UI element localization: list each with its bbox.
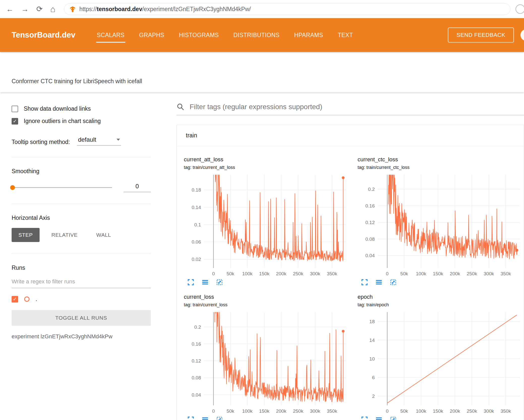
fullscreen-icon[interactable] [361,279,368,286]
chevron-down-icon [117,139,120,141]
chart-plot-current_att_loss[interactable]: 0.020.060.10.140.18050k100k150k200k250k3… [184,173,350,277]
experiment-id-label: experiment lzGnETjwRxC3yghNMd4kPw [12,333,151,340]
tab-histograms[interactable]: HISTOGRAMS [171,18,226,52]
show-download-row[interactable]: Show data download links [12,105,151,112]
svg-text:50k: 50k [400,271,408,276]
svg-text:0.12: 0.12 [192,358,201,364]
divider [12,204,151,204]
svg-text:0: 0 [212,408,215,414]
tooltip-sorting-value: default [78,136,96,143]
tag-filter-input[interactable] [190,103,524,111]
svg-text:200k: 200k [450,408,460,414]
run-color-swatch[interactable] [24,296,30,302]
last-value-dot [342,176,344,179]
lines-icon[interactable] [202,416,209,420]
svg-text:250k: 250k [467,408,477,414]
tab-text[interactable]: TEXT [330,18,360,52]
svg-text:100k: 100k [242,271,253,276]
help-icon[interactable] [520,29,524,41]
chart-tag: tag: train/current_ctc_loss [358,165,522,170]
experiment-title: Conformer CTC training for LibriSpeech w… [12,78,142,85]
forward-icon[interactable]: → [21,5,29,13]
chart-card-epoch: epochtag: train/epoch26101418050k100k150… [353,290,524,420]
chart-toolbar [361,416,522,420]
chart-toolbar [361,279,522,286]
smoothing-slider[interactable] [12,187,112,188]
chart-plot-current_loss[interactable]: 0.040.080.120.160.2050k100k150k200k250k3… [184,310,350,415]
series-line [215,310,343,402]
svg-text:0.08: 0.08 [192,375,201,380]
ignore-outliers-row[interactable]: ✓ Ignore outliers in chart scaling [12,118,151,125]
axis-option-step[interactable]: STEP [12,228,40,242]
chart-tag: tag: train/current_loss [184,302,348,308]
chart-plot-current_ctc_loss[interactable]: 0.040.080.120.160.2050k100k150k200k250k3… [358,173,524,277]
chart-title: current_loss [184,294,348,300]
svg-text:0: 0 [386,408,389,414]
group-title[interactable]: train [177,125,524,146]
svg-text:200k: 200k [450,271,460,276]
fullscreen-icon[interactable] [187,279,194,286]
tooltip-sorting-row: Tooltip sorting method: default [12,136,151,145]
svg-text:300k: 300k [484,271,494,276]
svg-text:150k: 150k [433,408,443,414]
chart-card-current_att_loss: current_att_losstag: train/current_att_l… [179,152,353,290]
svg-text:0.06: 0.06 [192,239,201,245]
tag-filter-row [177,103,524,115]
chart-tag: tag: train/epoch [358,302,522,308]
smoothing-row: 0 [12,183,151,192]
tab-scalars[interactable]: SCALARS [90,18,132,52]
svg-text:50k: 50k [226,271,234,276]
divider [12,254,151,254]
nav-tabs: SCALARSGRAPHSHISTOGRAMSDISTRIBUTIONSHPAR… [90,18,360,52]
fullscreen-icon[interactable] [187,416,194,420]
run-checkbox[interactable]: ✓ [12,296,18,303]
chart-tag: tag: train/current_att_loss [184,165,348,170]
axis-option-relative[interactable]: RELATIVE [45,228,84,242]
smoothing-label: Smoothing [12,168,151,175]
axis-option-wall[interactable]: WALL [90,228,118,242]
fit-data-icon[interactable] [390,279,397,286]
home-icon[interactable]: ⌂ [50,5,55,13]
show-download-checkbox[interactable] [12,106,18,112]
reload-icon[interactable]: ⟳ [36,5,43,13]
lines-icon[interactable] [202,279,209,286]
lines-icon[interactable] [375,279,382,286]
app-brand: TensorBoard.dev [12,31,75,40]
lines-icon[interactable] [375,416,382,420]
tooltip-sorting-select[interactable]: default [77,136,121,145]
svg-text:350k: 350k [501,271,511,276]
svg-text:300k: 300k [310,271,321,276]
svg-text:200k: 200k [276,408,287,414]
app-header: TensorBoard.dev SCALARSGRAPHSHISTOGRAMSD… [0,18,524,52]
tab-hparams[interactable]: HPARAMS [287,18,330,52]
svg-text:2: 2 [372,394,375,399]
browser-avatar[interactable] [515,4,524,14]
svg-text:150k: 150k [259,271,270,276]
series-line [387,315,517,403]
fit-data-icon[interactable] [216,279,223,286]
svg-text:0.04: 0.04 [192,392,201,398]
tab-distributions[interactable]: DISTRIBUTIONS [226,18,287,52]
svg-text:250k: 250k [293,408,304,414]
address-bar[interactable]: https://tensorboard.dev/experiment/lzGnE… [64,3,510,15]
svg-text:250k: 250k [293,271,304,276]
toggle-all-runs-button[interactable]: TOGGLE ALL RUNS [12,310,151,326]
tab-graphs[interactable]: GRAPHS [132,18,172,52]
url-scheme: https:// [79,6,97,12]
svg-text:0.02: 0.02 [192,257,201,262]
chart-plot-epoch[interactable]: 26101418050k100k150k200k250k300k350k [358,310,524,415]
url-text: https://tensorboard.dev/experiment/lzGnE… [79,6,251,13]
send-feedback-button[interactable]: SEND FEEDBACK [448,27,514,43]
back-icon[interactable]: ← [6,5,14,13]
runs-filter-input[interactable] [12,278,151,288]
svg-text:0.04: 0.04 [365,253,375,258]
url-path: /experiment/lzGnETjwRxC3yghNMd4kPw/ [142,6,251,12]
fit-data-icon[interactable] [390,416,397,420]
svg-text:250k: 250k [467,271,477,276]
smoothing-value[interactable]: 0 [124,183,151,192]
fullscreen-icon[interactable] [361,416,368,420]
fit-data-icon[interactable] [216,416,223,420]
ignore-outliers-checkbox[interactable]: ✓ [12,118,18,125]
last-value-dot [515,249,518,252]
smoothing-slider-knob[interactable] [10,185,15,190]
